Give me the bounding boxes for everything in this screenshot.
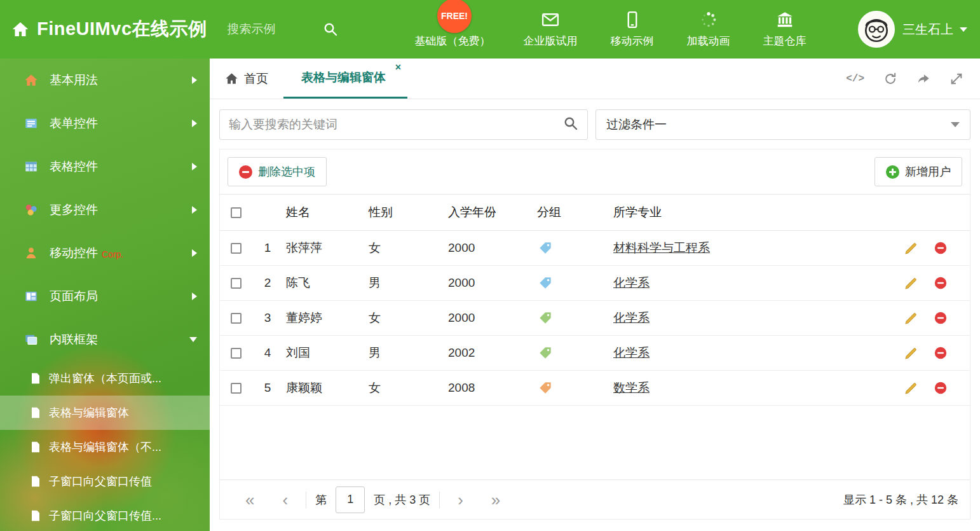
app-title: FineUIMvc在线示例 — [37, 17, 207, 42]
app-home-icon[interactable] — [11, 20, 29, 38]
column-header-name: 姓名 — [283, 204, 366, 221]
plus-circle-icon — [886, 165, 899, 179]
tab-actions: </> — [846, 59, 980, 99]
sidebar-item-basic-usage[interactable]: 基本用法 — [0, 59, 210, 102]
delete-selected-button[interactable]: 删除选中项 — [228, 157, 327, 186]
delete-button[interactable] — [934, 346, 948, 360]
column-header-gender: 性别 — [366, 204, 446, 221]
widgets-icon — [24, 203, 39, 217]
fullscreen-icon[interactable] — [949, 72, 963, 86]
header-search-input[interactable] — [228, 22, 323, 36]
tab-home[interactable]: 首页 — [210, 59, 283, 99]
cell-year: 2000 — [446, 276, 534, 290]
edit-button[interactable] — [904, 276, 918, 291]
nav-loading-animation[interactable]: 加载动画 — [670, 10, 747, 48]
record-summary: 显示 1 - 5 条 , 共 12 条 — [843, 492, 958, 507]
table-empty-space — [220, 406, 970, 479]
row-checkbox[interactable] — [231, 278, 242, 289]
nav-enterprise-trial[interactable]: 企业版试用 — [507, 10, 594, 48]
frame-icon — [24, 333, 39, 347]
nav-label: 企业版试用 — [524, 34, 578, 48]
row-checkbox[interactable] — [231, 348, 242, 359]
next-page-button[interactable]: › — [444, 492, 477, 508]
page-number-input[interactable] — [336, 486, 365, 513]
bank-icon — [775, 10, 794, 29]
delete-button[interactable] — [934, 311, 948, 325]
delete-button[interactable] — [934, 276, 948, 290]
filter-row: 过滤条件一 — [219, 109, 970, 140]
sidebar-subitem-grid-edit-window[interactable]: 表格与编辑窗体 — [0, 396, 210, 430]
nav-label: 加载动画 — [687, 34, 730, 48]
edit-button[interactable] — [904, 346, 918, 361]
cell-name: 陈飞 — [283, 275, 366, 291]
share-icon[interactable] — [916, 72, 930, 86]
sidebar-item-form-controls[interactable]: 表单控件 — [0, 102, 210, 145]
row-checkbox[interactable] — [231, 383, 242, 394]
chevron-down-icon — [951, 122, 960, 127]
sidebar-item-grid-controls[interactable]: 表格控件 — [0, 145, 210, 188]
form-icon — [24, 116, 39, 130]
major-link[interactable]: 化学系 — [613, 311, 650, 324]
search-icon[interactable] — [563, 116, 578, 134]
minus-circle-icon — [239, 165, 252, 179]
tag-icon — [534, 311, 611, 325]
user-menu[interactable]: 三生石上 — [858, 11, 967, 48]
edit-button[interactable] — [904, 241, 918, 256]
major-link[interactable]: 数学系 — [613, 381, 650, 394]
chevron-right-icon — [192, 120, 197, 127]
close-icon[interactable]: × — [395, 62, 401, 72]
cell-gender: 女 — [366, 380, 446, 396]
file-icon — [31, 476, 41, 487]
last-page-button[interactable]: » — [477, 492, 514, 508]
tab-grid-edit-window[interactable]: 表格与编辑窗体 × — [283, 59, 407, 99]
chevron-right-icon — [192, 206, 197, 214]
nav-theme-store[interactable]: 主题仓库 — [747, 10, 823, 48]
sidebar-subitem-child-to-parent[interactable]: 子窗口向父窗口传值 — [0, 464, 210, 499]
sidebar-item-more-controls[interactable]: 更多控件 — [0, 188, 210, 231]
row-checkbox[interactable] — [231, 243, 242, 254]
delete-button[interactable] — [934, 381, 948, 395]
grid-panel: 删除选中项 新增用户 姓名 性别 入学年份 分组 所学专业 — [219, 149, 970, 520]
chevron-right-icon — [192, 76, 197, 84]
prev-page-button[interactable]: ‹ — [268, 492, 302, 508]
nav-mobile-demo[interactable]: 移动示例 — [594, 10, 670, 48]
add-user-button[interactable]: 新增用户 — [875, 157, 962, 186]
keyword-search-input[interactable] — [229, 118, 563, 132]
edit-button[interactable] — [904, 381, 918, 396]
major-link[interactable]: 化学系 — [613, 276, 650, 289]
major-link[interactable]: 化学系 — [613, 346, 650, 359]
cell-name: 康颖颖 — [283, 380, 366, 396]
file-icon — [31, 441, 41, 453]
filter-dropdown[interactable]: 过滤条件一 — [595, 109, 970, 140]
cell-year: 2008 — [446, 381, 534, 395]
sidebar-item-iframe[interactable]: 内联框架 — [0, 318, 210, 361]
delete-button[interactable] — [934, 241, 948, 255]
user-name: 三生石上 — [902, 21, 953, 38]
file-icon — [31, 510, 41, 521]
sidebar-item-mobile-controls[interactable]: 移动控件 Corp. — [0, 231, 210, 275]
sidebar-subitem-popup-window[interactable]: 弹出窗体（本页面或... — [0, 361, 210, 396]
row-checkbox[interactable] — [231, 313, 242, 324]
tag-icon — [534, 381, 611, 395]
select-all-checkbox[interactable] — [231, 207, 242, 218]
file-icon — [31, 373, 41, 384]
table-row: 3 董婷婷 女 2000 化学系 — [220, 301, 970, 336]
sidebar-subitem-grid-edit-window-2[interactable]: 表格与编辑窗体（不... — [0, 430, 210, 464]
source-code-icon[interactable]: </> — [846, 73, 864, 85]
nav-label: 基础版（免费） — [415, 34, 491, 48]
layout-icon — [24, 289, 39, 303]
first-page-button[interactable]: « — [231, 492, 268, 508]
page-prefix-label: 第 — [315, 492, 327, 507]
search-icon[interactable] — [323, 22, 338, 37]
edit-button[interactable] — [904, 311, 918, 326]
sidebar-subitem-child-to-parent-2[interactable]: 子窗口向父窗口传值... — [0, 499, 210, 531]
cell-gender: 女 — [366, 240, 446, 256]
cell-gender: 女 — [366, 310, 446, 326]
grid-toolbar: 删除选中项 新增用户 — [220, 149, 970, 194]
sidebar-item-page-layout[interactable]: 页面布局 — [0, 275, 210, 318]
cell-year: 2000 — [446, 241, 534, 255]
refresh-icon[interactable] — [883, 72, 897, 86]
table-row: 1 张萍萍 女 2000 材料科学与工程系 — [220, 231, 970, 266]
spinner-icon — [699, 10, 718, 29]
major-link[interactable]: 材料科学与工程系 — [613, 241, 710, 254]
